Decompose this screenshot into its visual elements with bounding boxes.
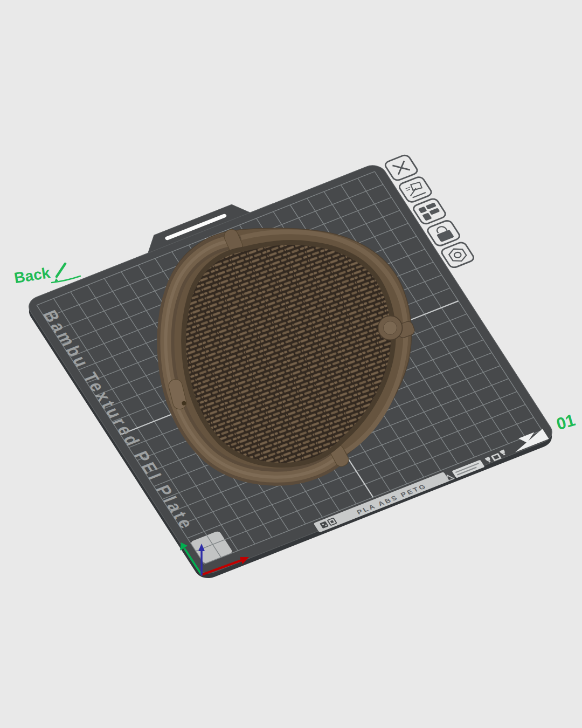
- model-button-inner: [384, 321, 397, 335]
- viewport-3d[interactable]: Bambu Textured PEI Plate PLA ABS PETG: [0, 0, 582, 728]
